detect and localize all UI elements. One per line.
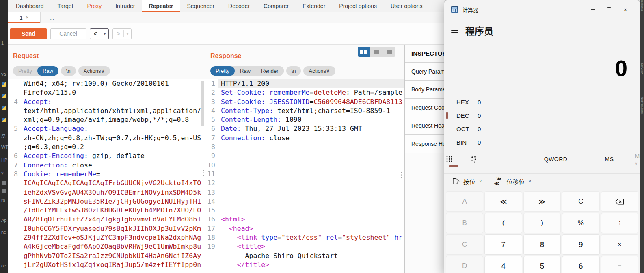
request-code-line[interactable]: /TdUcIYMFExfwSJ80zFK8UGDFeKUyEb4MMOIn7XU… — [8, 206, 205, 215]
response-code-line[interactable]: 4Content-Type: text/html;charset=ISO-885… — [205, 106, 404, 115]
minimize-button[interactable] — [585, 2, 601, 16]
menu-item-user-options[interactable]: User options — [384, 0, 430, 12]
request-code-line[interactable]: gPhhNvb7OTo2ISa2raJzz9CNUpbkUI4HaAn6NciI… — [8, 251, 205, 260]
full-keypad-icon[interactable] — [444, 156, 455, 163]
request-code-line[interactable]: 5Accept-Language: — [8, 124, 205, 133]
close-button[interactable]: × — [617, 2, 633, 16]
menu-item-extender[interactable]: Extender — [296, 0, 332, 12]
chevron-down-icon[interactable]: ▼ — [101, 32, 108, 36]
response-code-line[interactable]: 16<html> — [205, 215, 404, 224]
response-code-line[interactable]: 2Set-Cookie: rememberMe=deleteMe; Path=/… — [205, 88, 404, 97]
response-tab-n[interactable]: \n — [286, 66, 301, 76]
menu-item-decoder[interactable]: Decoder — [221, 0, 257, 12]
key-7[interactable]: 7 — [484, 234, 522, 255]
response-code-line[interactable]: 17 <head> — [205, 224, 404, 233]
request-code-line[interactable]: Win64; x64; rv:109.0) Gecko/20100101 — [8, 79, 205, 88]
response-code-line[interactable]: Apache Shiro Quickstart — [205, 251, 404, 260]
request-code-line[interactable]: A4kGjceMbcaFgdf6ApOZOaqBbVRHWj9eC1UmWbIm… — [8, 242, 205, 251]
response-tab-actions[interactable]: Actions∨ — [303, 66, 335, 76]
key-4[interactable]: 4 — [484, 256, 522, 273]
bit-toggle-keypad-icon[interactable] — [469, 156, 479, 163]
request-code-line[interactable]: 8Cookie: rememberMe= — [8, 170, 205, 179]
send-button[interactable]: Send — [10, 28, 47, 39]
response-tab-raw[interactable]: Raw — [235, 66, 256, 76]
layout-rows-button[interactable] — [370, 47, 383, 57]
bitshift-dropdown[interactable]: ≫≪ 位移位 ∨ — [494, 177, 532, 186]
key-8[interactable]: 8 — [523, 234, 561, 255]
back-history-button[interactable]: < ▼ — [90, 28, 109, 39]
radix-row-oct[interactable]: OCT0 — [444, 122, 640, 136]
response-code-line[interactable]: 8 — [205, 143, 404, 152]
response-code-line[interactable]: 9 — [205, 152, 404, 160]
response-code-line[interactable]: 12 — [205, 179, 404, 188]
response-code-line[interactable]: 1HTTP/1.1 200 — [205, 79, 404, 88]
layout-single-button[interactable] — [383, 47, 395, 57]
response-code-line[interactable]: 15 — [205, 206, 404, 215]
request-code-line[interactable]: text/html,application/xhtml+xml,applicat… — [8, 106, 205, 115]
response-tab-pretty[interactable]: Pretty — [210, 66, 235, 76]
key-≫[interactable]: ≫ — [523, 191, 561, 212]
bitwise-dropdown[interactable]: 按位 ∨ — [451, 177, 482, 186]
calculator-titlebar[interactable]: 计算器 × — [444, 0, 640, 18]
maximize-button[interactable] — [601, 2, 617, 16]
request-code-line[interactable]: 6Accept-Encoding: gzip, deflate — [8, 152, 205, 160]
response-code-line[interactable]: 7Connection: close — [205, 134, 404, 143]
response-code-line[interactable]: 19 <title> — [205, 242, 404, 251]
response-code-line[interactable]: 3Set-Cookie: JSESSIONID=C56099648ADE6CBF… — [205, 98, 404, 106]
request-panel-resize-grip[interactable] — [202, 170, 204, 176]
menu-item-repeater[interactable]: Repeater — [142, 0, 180, 12]
menu-item-project-options[interactable]: Project options — [332, 0, 384, 12]
request-code-line[interactable]: AR/8TqOIrhuTitZ7x4qZTgkgIgbvvmvFdVaLYFMd… — [8, 215, 205, 224]
word-size-button[interactable]: QWORD — [544, 156, 568, 162]
request-code-line[interactable]: Z94ff2ZXdTev+oSJKjuZYC3mpF3ndvcpa1Na2dxp… — [8, 233, 205, 242]
memory-store-button[interactable]: MS — [605, 156, 614, 162]
layout-columns-button[interactable] — [358, 47, 370, 57]
request-code-line[interactable]: sF1WCZik32pMNJouE35R1e/jCHjGUGogyeINUIHy… — [8, 197, 205, 206]
radix-row-dec[interactable]: DEC0 — [444, 109, 640, 122]
response-code-line[interactable]: 6Date: Thu, 27 Jul 2023 15:33:13 GMT — [205, 124, 404, 133]
request-code-line[interactable]: Firefox/115.0 — [8, 88, 205, 97]
repeater-tab-more[interactable]: ... — [41, 12, 63, 23]
key-)[interactable]: ) — [523, 213, 561, 233]
hamburger-menu-icon[interactable] — [451, 28, 458, 33]
menu-item-target[interactable]: Target — [51, 0, 80, 12]
response-code-line[interactable]: 18 <link type="text/css" rel="stylesheet… — [205, 233, 404, 242]
menu-item-dashboard[interactable]: Dashboard — [9, 0, 51, 12]
key-C[interactable]: C — [562, 191, 599, 212]
radix-row-hex[interactable]: HEX0 — [444, 95, 640, 109]
key-%[interactable]: % — [562, 213, 599, 233]
response-code-line[interactable]: 14 — [205, 197, 404, 206]
request-code-line[interactable]: jLr2gUXotHSix1qZqixoqIRajJup5/m4z+fIEYfI… — [8, 260, 205, 269]
request-tab-actions[interactable]: Actions∨ — [78, 66, 110, 76]
request-code-line[interactable]: zh-CN,zh;q=0.8,zh-TW;q=0.7,zh-HK;q=0.5,e… — [8, 134, 205, 143]
response-panel-resize-grip[interactable] — [401, 172, 402, 178]
response-editor[interactable]: 1HTTP/1.1 2002Set-Cookie: rememberMe=del… — [205, 79, 404, 273]
request-code-line[interactable]: ;q=0.3,en;q=0.2 — [8, 143, 205, 152]
response-code-line[interactable]: </title> — [205, 260, 404, 269]
repeater-tab-1[interactable]: 1 × — [8, 12, 41, 23]
request-code-line[interactable]: iehZdxVSvGvgAU4X3Quh/O9ICBEmriNQVyinxSDM… — [8, 188, 205, 197]
radix-row-bin[interactable]: BIN0 — [444, 136, 640, 149]
key-9[interactable]: 9 — [562, 234, 599, 255]
response-code-line[interactable]: 11 — [205, 170, 404, 179]
menu-item-proxy[interactable]: Proxy — [80, 0, 108, 12]
request-tab-n[interactable]: \n — [61, 66, 76, 76]
key-≪[interactable]: ≪ — [484, 191, 522, 212]
menu-item-intruder[interactable]: Intruder — [108, 0, 142, 12]
response-code-line[interactable]: 10 — [205, 161, 404, 170]
close-tab-icon[interactable]: × — [26, 15, 29, 20]
response-tab-render[interactable]: Render — [256, 66, 284, 76]
backspace-key[interactable] — [601, 191, 638, 212]
cancel-button[interactable]: Cancel — [50, 28, 86, 39]
request-scrollbar[interactable] — [201, 81, 204, 126]
request-editor[interactable]: Win64; x64; rv:109.0) Gecko/20100101Fire… — [8, 79, 205, 273]
request-tab-raw[interactable]: Raw — [37, 66, 58, 76]
request-code-line[interactable]: xml;q=0.9,image/avif,image/webp,*/*;q=0.… — [8, 115, 205, 124]
key-×[interactable]: × — [601, 234, 638, 255]
menu-item-comparer[interactable]: Comparer — [257, 0, 296, 12]
key-5[interactable]: 5 — [523, 256, 561, 273]
key-−[interactable]: − — [601, 256, 638, 273]
response-code-line[interactable]: 5Content-Length: 1090 — [205, 115, 404, 124]
request-code-line[interactable]: 4Accept: — [8, 98, 205, 106]
request-code-line[interactable]: I0uh6C6Y5FDXryuasedu79sBq1kJIIhOXJp3uIvV… — [8, 224, 205, 233]
